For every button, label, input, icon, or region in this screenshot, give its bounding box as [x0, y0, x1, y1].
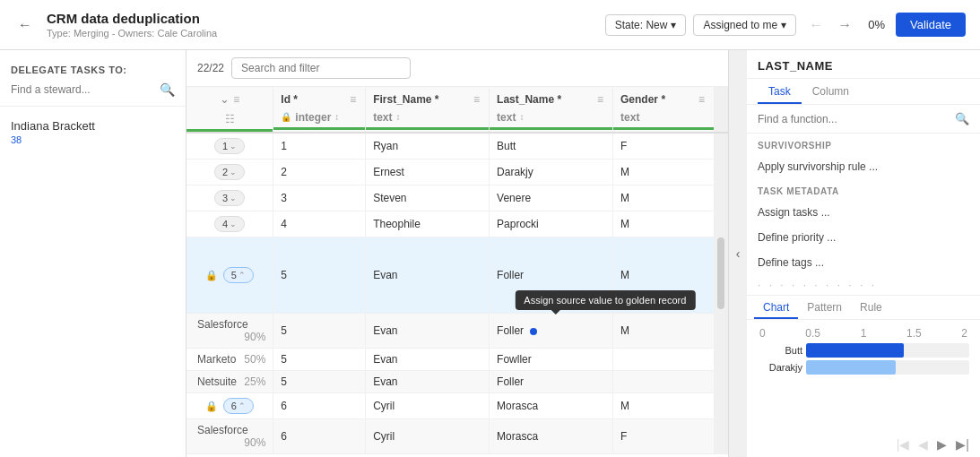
axis-1: 1 [861, 327, 867, 340]
state-arrow-icon: ▾ [671, 19, 676, 31]
state-label: State: New [615, 19, 668, 31]
col-menu-button-gender[interactable]: ≡ [697, 93, 707, 106]
row-badge-1[interactable]: 1 ⌄ [214, 138, 245, 154]
col-lastname-type: text [497, 111, 516, 124]
row-control-6: 🔒 6 ⌃ [186, 393, 273, 419]
assigned-to-me-button[interactable]: Assigned to me ▾ [693, 14, 796, 36]
data-table-wrapper: ⌄ ≡ ☷ [186, 87, 728, 457]
cell-id-4: 4 [273, 211, 366, 237]
steward-search-row: 🔍 [0, 79, 186, 100]
center-toolbar: 22/22 [186, 50, 728, 87]
rs-nav-prev-button[interactable]: ◀ [915, 435, 932, 453]
cell-lastname-3: Venere [490, 185, 613, 211]
rs-item-define-tags[interactable]: Define tags ... [747, 250, 980, 275]
cell-id-5: 5 [273, 237, 366, 314]
nav-forward-button[interactable]: → [832, 15, 857, 35]
table-header-row: ⌄ ≡ ☷ [186, 87, 728, 133]
main-content: DELEGATE TASKS TO: 🔍 Indiana Brackett 38… [0, 50, 980, 457]
cell-lastname-2: Darakjy [490, 160, 613, 185]
cell-lastname-6: Morasca [490, 393, 613, 419]
cell-lastname-1: Butt [490, 133, 613, 160]
chart-bar-outer-darakjy [806, 360, 969, 375]
sort-id-button[interactable]: ↕ [334, 112, 339, 122]
state-button[interactable]: State: New ▾ [605, 14, 687, 36]
source-id-salesforce: 5 [273, 314, 366, 349]
rs-tab-pattern[interactable]: Pattern [798, 296, 851, 319]
rs-nav-first-button[interactable]: |◀ [893, 435, 914, 453]
tooltip-assign-source: Assign source value to golden record [515, 290, 695, 310]
col-firstname-label: First_Name * [373, 93, 438, 106]
cell-id-6: 6 [273, 393, 366, 419]
col-menu-button-0[interactable]: ≡ [231, 93, 241, 106]
col-firstname-type: text [373, 111, 392, 124]
source-lastname-sf6: Morasca [490, 419, 613, 454]
cell-gender-1: F [613, 133, 715, 160]
col-menu-button-lastname[interactable]: ≡ [595, 93, 605, 106]
search-filter-input[interactable] [231, 57, 411, 79]
steward-search-input[interactable] [11, 83, 154, 96]
nav-back-button[interactable]: ← [803, 15, 828, 35]
rs-section-task-metadata: TASK METADATA [747, 179, 980, 200]
rs-title: LAST_NAME [758, 59, 969, 73]
collapse-sidebar-button[interactable]: ‹ [729, 50, 747, 457]
rs-nav-last-button[interactable]: ▶| [952, 435, 973, 453]
rs-tab-task[interactable]: Task [758, 79, 802, 104]
right-sidebar: LAST_NAME Task Column 🔍 SURVIVORSHIP App… [747, 50, 980, 457]
rs-dots: · · · · · · · · · · · [747, 275, 980, 295]
rs-tab-column[interactable]: Column [802, 79, 860, 104]
col-menu-button-firstname[interactable]: ≡ [472, 93, 481, 106]
source-id-netsuite: 5 [273, 371, 366, 393]
app-title: CRM data deduplication [47, 11, 594, 26]
col-menu-button-id[interactable]: ≡ [348, 93, 358, 106]
rs-item-define-priority[interactable]: Define priority ... [747, 225, 980, 250]
left-sidebar: DELEGATE TASKS TO: 🔍 Indiana Brackett 38 [0, 50, 186, 457]
cell-firstname-6: Cyril [366, 393, 490, 419]
sort-firstname-button[interactable]: ↕ [396, 112, 401, 122]
source-gender-salesforce: M [613, 314, 715, 349]
col-lastname-label: Last_Name * [497, 93, 561, 106]
rs-bottom-tabs: Chart Pattern Rule [747, 295, 980, 320]
cell-lastname-4: Paprocki [490, 211, 613, 237]
validate-button[interactable]: Validate [896, 13, 966, 37]
row-badge-5[interactable]: 5 ⌃ [223, 267, 254, 283]
rs-tab-chart[interactable]: Chart [754, 296, 798, 319]
rs-tab-rule[interactable]: Rule [851, 296, 891, 319]
rs-item-apply-survivorship[interactable]: Apply survivorship rule ... [747, 154, 980, 179]
row-badge-4[interactable]: 4 ⌄ [214, 216, 245, 232]
header-controls: State: New ▾ Assigned to me ▾ ← → 0% Val… [605, 13, 966, 37]
cell-id-3: 3 [273, 185, 366, 211]
source-name-sf6: Salesforce [197, 424, 248, 436]
cell-gender-3: M [613, 185, 715, 211]
assigned-label: Assigned to me [703, 19, 777, 31]
col-header-expand: ⌄ ≡ ☷ [186, 87, 273, 133]
source-label-sf6: Salesforce 90% [186, 419, 273, 454]
rs-item-assign-tasks[interactable]: Assign tasks ... [747, 200, 980, 225]
chart-bar-row-butt: Butt [758, 343, 969, 358]
search-icon[interactable]: 🔍 [160, 82, 175, 97]
delegate-item[interactable]: Indiana Brackett 38 [0, 112, 186, 152]
row-control-4: 4 ⌄ [186, 211, 273, 237]
source-gender-sf6: F [613, 419, 715, 454]
col-grid-button[interactable]: ☷ [223, 113, 237, 125]
sort-lastname-button[interactable]: ↕ [519, 112, 524, 122]
rs-search-icon[interactable]: 🔍 [955, 112, 969, 125]
rs-section-survivorship: SURVIVORSHIP [747, 134, 980, 154]
rs-tabs: Task Column [747, 79, 980, 105]
row-badge-2[interactable]: 2 ⌄ [214, 164, 245, 180]
row-badge-6[interactable]: 6 ⌃ [223, 398, 254, 414]
conflict-indicator [530, 328, 537, 335]
source-firstname-salesforce: Evan [366, 314, 490, 349]
row-control-3: 3 ⌄ [186, 185, 273, 211]
chart-bar-butt [806, 343, 904, 358]
rs-nav-next-button[interactable]: ▶ [933, 435, 950, 453]
back-button[interactable]: ← [14, 13, 36, 37]
cell-firstname-4: Theophile [366, 211, 490, 237]
expand-columns-button[interactable]: ⌄ [218, 91, 231, 108]
source-pct-marketo: 50% [244, 353, 265, 366]
lock-icon: 🔒 [281, 112, 291, 122]
row-badge-3[interactable]: 3 ⌄ [214, 190, 245, 206]
table-row: 2 ⌄ 2 Ernest Darakjy M [186, 160, 728, 185]
cell-id-1: 1 [273, 133, 366, 160]
progress-text: 0% [868, 18, 885, 31]
rs-search-input[interactable] [758, 113, 950, 125]
